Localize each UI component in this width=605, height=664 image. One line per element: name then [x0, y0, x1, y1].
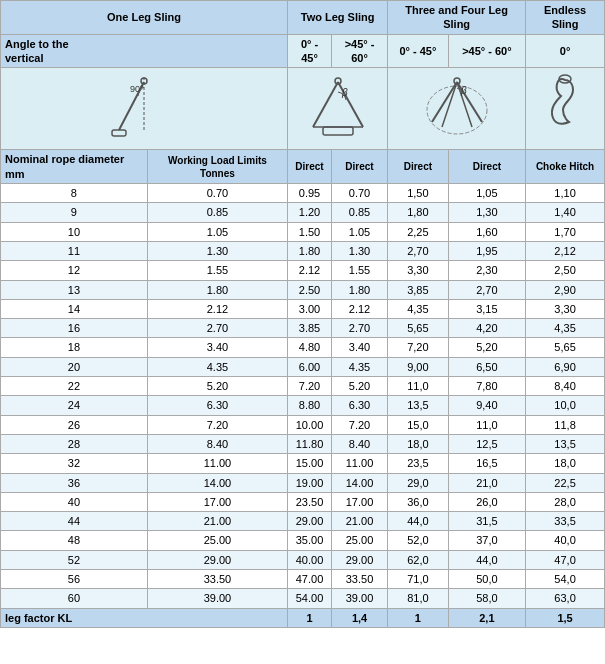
- wll-cell: 0.85: [147, 203, 287, 222]
- direct1-cell: 6.00: [288, 357, 332, 376]
- direct2-cell: 8.40: [331, 434, 387, 453]
- direct3-cell: 15,0: [388, 415, 448, 434]
- direct3-cell: 44,0: [388, 512, 448, 531]
- choke-cell: 4,35: [526, 319, 605, 338]
- direct1-cell: 23.50: [288, 492, 332, 511]
- wll-cell: 29.00: [147, 550, 287, 569]
- endless-sling-header: Endless Sling: [526, 1, 605, 35]
- footer-f2: 1,4: [331, 608, 387, 627]
- direct4-cell: 50,0: [448, 570, 526, 589]
- direct2-cell: 3.40: [331, 338, 387, 357]
- table-row: 3211.0015.0011.0023,516,518,0: [1, 454, 605, 473]
- direct2-cell: 39.00: [331, 589, 387, 608]
- direct4-cell: 1,60: [448, 222, 526, 241]
- table-row: 142.123.002.124,353,153,30: [1, 299, 605, 318]
- direct3-cell: 2,25: [388, 222, 448, 241]
- direct3-cell: 18,0: [388, 434, 448, 453]
- two-leg-header: Two Leg Sling: [288, 1, 388, 35]
- two-leg-diagram: β: [288, 68, 388, 150]
- wll-cell: 25.00: [147, 531, 287, 550]
- table-row: 225.207.205.2011,07,808,40: [1, 377, 605, 396]
- diameter-cell: 28: [1, 434, 148, 453]
- choke-cell: 5,65: [526, 338, 605, 357]
- direct1-cell: 11.80: [288, 434, 332, 453]
- direct4-cell: 11,0: [448, 415, 526, 434]
- direct2-cell: 11.00: [331, 454, 387, 473]
- wll-cell: 14.00: [147, 473, 287, 492]
- direct3-cell: 62,0: [388, 550, 448, 569]
- diameter-cell: 24: [1, 396, 148, 415]
- choke-cell: 11,8: [526, 415, 605, 434]
- direct1-cell: 8.80: [288, 396, 332, 415]
- direct3-header: Direct: [388, 150, 448, 184]
- direct1-cell: 35.00: [288, 531, 332, 550]
- choke-cell: 54,0: [526, 570, 605, 589]
- choke-cell: 47,0: [526, 550, 605, 569]
- table-row: 267.2010.007.2015,011,011,8: [1, 415, 605, 434]
- direct2-cell: 4.35: [331, 357, 387, 376]
- direct4-cell: 4,20: [448, 319, 526, 338]
- table-row: 246.308.806.3013,59,4010,0: [1, 396, 605, 415]
- direct4-cell: 1,30: [448, 203, 526, 222]
- angle-label: Angle to thevertical: [1, 34, 288, 68]
- svg-rect-10: [323, 127, 353, 135]
- wll-cell: 0.70: [147, 184, 287, 203]
- choke-cell: 8,40: [526, 377, 605, 396]
- table-row: 4825.0035.0025.0052,037,040,0: [1, 531, 605, 550]
- svg-text:90°: 90°: [130, 84, 144, 94]
- choke-cell: 2,50: [526, 261, 605, 280]
- direct3-cell: 81,0: [388, 589, 448, 608]
- diameter-cell: 12: [1, 261, 148, 280]
- direct2-header: Direct: [331, 150, 387, 184]
- choke-cell: 6,90: [526, 357, 605, 376]
- direct1-cell: 1.50: [288, 222, 332, 241]
- direct2-cell: 14.00: [331, 473, 387, 492]
- svg-point-11: [427, 86, 487, 134]
- diameter-cell: 52: [1, 550, 148, 569]
- direct4-cell: 7,80: [448, 377, 526, 396]
- direct4-header: Direct: [448, 150, 526, 184]
- direct1-cell: 40.00: [288, 550, 332, 569]
- direct3-cell: 1,80: [388, 203, 448, 222]
- direct1-cell: 7.20: [288, 377, 332, 396]
- direct4-cell: 44,0: [448, 550, 526, 569]
- choke-header: Choke Hitch: [526, 150, 605, 184]
- direct3-cell: 7,20: [388, 338, 448, 357]
- direct2-cell: 1.80: [331, 280, 387, 299]
- direct4-cell: 1,95: [448, 241, 526, 260]
- choke-cell: 2,90: [526, 280, 605, 299]
- footer-f3: 1: [388, 608, 448, 627]
- direct2-cell: 1.05: [331, 222, 387, 241]
- nominal-header: Nominal rope diameter mm: [1, 150, 148, 184]
- endless-angle: 0°: [526, 34, 605, 68]
- wll-cell: 1.05: [147, 222, 287, 241]
- table-row: 111.301.801.302,701,952,12: [1, 241, 605, 260]
- diameter-cell: 18: [1, 338, 148, 357]
- wll-cell: 8.40: [147, 434, 287, 453]
- direct1-cell: 10.00: [288, 415, 332, 434]
- direct4-cell: 21,0: [448, 473, 526, 492]
- choke-cell: 1,10: [526, 184, 605, 203]
- direct4-cell: 37,0: [448, 531, 526, 550]
- direct4-cell: 26,0: [448, 492, 526, 511]
- direct1-header: Direct: [288, 150, 332, 184]
- table-row: 3614.0019.0014.0029,021,022,5: [1, 473, 605, 492]
- direct2-cell: 6.30: [331, 396, 387, 415]
- direct3-cell: 4,35: [388, 299, 448, 318]
- diameter-cell: 48: [1, 531, 148, 550]
- diameter-cell: 32: [1, 454, 148, 473]
- diameter-cell: 11: [1, 241, 148, 260]
- diameter-cell: 60: [1, 589, 148, 608]
- table-row: 90.851.200.851,801,301,40: [1, 203, 605, 222]
- table-row: 6039.0054.0039.0081,058,063,0: [1, 589, 605, 608]
- wll-cell: 4.35: [147, 357, 287, 376]
- wll-cell: 17.00: [147, 492, 287, 511]
- direct2-cell: 0.85: [331, 203, 387, 222]
- direct2-cell: 33.50: [331, 570, 387, 589]
- direct3-cell: 29,0: [388, 473, 448, 492]
- diameter-cell: 10: [1, 222, 148, 241]
- direct3-cell: 71,0: [388, 570, 448, 589]
- diameter-cell: 56: [1, 570, 148, 589]
- choke-cell: 13,5: [526, 434, 605, 453]
- wll-cell: 6.30: [147, 396, 287, 415]
